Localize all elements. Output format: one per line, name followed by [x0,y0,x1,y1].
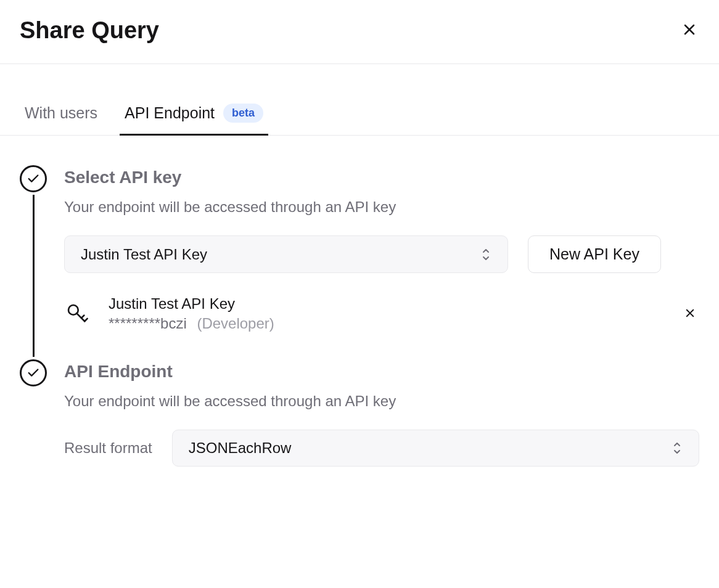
check-icon [27,366,40,380]
close-icon [684,308,696,319]
close-icon [682,22,697,37]
api-key-info: Justin Test API Key *********bczi (Devel… [109,295,662,332]
api-key-item: Justin Test API Key *********bczi (Devel… [64,295,699,332]
tab-label: API Endpoint [125,104,215,122]
dialog-header: Share Query [0,0,719,64]
step-description: Your endpoint will be accessed through a… [64,393,699,410]
result-format-select[interactable]: JSONEachRow [172,430,699,467]
result-format-value: JSONEachRow [189,439,292,457]
tabs-bar: With users API Endpoint beta [0,94,719,136]
chevron-updown-icon [672,441,683,455]
dialog-title: Share Query [20,17,159,44]
close-button[interactable] [680,20,699,41]
api-key-selected-value: Justin Test API Key [81,246,207,263]
step-circle-complete [20,359,47,386]
step-connector-line [33,195,35,357]
step-select-api-key: Select API key Your endpoint will be acc… [20,165,699,359]
result-format-row: Result format JSONEachRow [64,430,699,467]
dialog-content: Select API key Your endpoint will be acc… [0,136,719,494]
step-body: Select API key Your endpoint will be acc… [64,165,699,359]
step-title: Select API key [64,165,699,187]
api-key-name: Justin Test API Key [109,295,662,312]
step-indicator [20,359,47,494]
api-key-selector-row: Justin Test API Key New API Key [64,235,699,273]
api-key-masked: *********bczi [109,315,187,332]
beta-badge: beta [223,104,263,123]
key-icon [64,301,90,327]
step-indicator [20,165,47,359]
step-body: API Endpoint Your endpoint will be acces… [64,359,699,494]
check-icon [27,172,40,186]
chevron-updown-icon [480,248,491,261]
step-description: Your endpoint will be accessed through a… [64,198,699,216]
result-format-label: Result format [64,439,152,457]
step-circle-complete [20,165,47,192]
api-key-meta: *********bczi (Developer) [109,315,662,332]
api-key-role: (Developer) [197,315,274,332]
step-title: API Endpoint [64,359,699,382]
tab-label: With users [25,104,97,122]
tab-with-users[interactable]: With users [20,94,102,135]
api-key-select[interactable]: Justin Test API Key [64,235,508,273]
step-api-endpoint: API Endpoint Your endpoint will be acces… [20,359,699,494]
new-api-key-button[interactable]: New API Key [528,235,661,273]
tab-api-endpoint[interactable]: API Endpoint beta [120,94,268,136]
remove-api-key-button[interactable] [681,304,699,324]
